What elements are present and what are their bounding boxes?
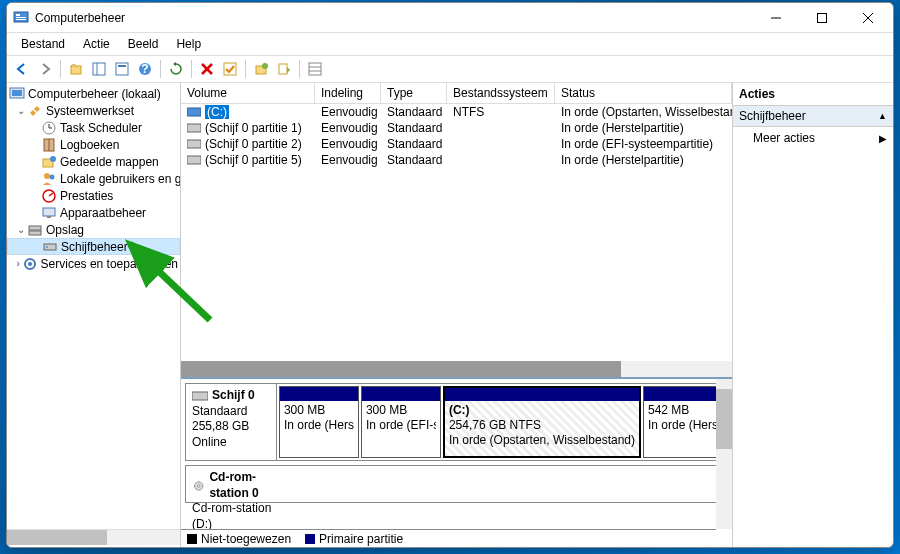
svg-rect-45 bbox=[187, 108, 201, 116]
help-button[interactable]: ? bbox=[134, 58, 156, 80]
volume-row[interactable]: (Schijf 0 partitie 2) Eenvoudig Standaar… bbox=[181, 136, 732, 152]
partition[interactable]: 300 MBIn orde (EFI-systeempartitie) bbox=[361, 386, 441, 458]
menu-view[interactable]: Beeld bbox=[120, 35, 167, 53]
volume-icon bbox=[187, 154, 201, 166]
navigation-tree[interactable]: Computerbeheer (lokaal) ⌄ Systeemwerkset… bbox=[7, 83, 181, 547]
legend: Niet-toegewezen Primaire partitie bbox=[181, 529, 716, 547]
computer-icon bbox=[9, 86, 25, 102]
book-icon bbox=[41, 137, 57, 153]
svg-point-42 bbox=[46, 246, 48, 248]
svg-point-32 bbox=[50, 156, 56, 162]
collapse-icon[interactable]: ⌄ bbox=[15, 224, 27, 235]
svg-line-36 bbox=[49, 193, 53, 196]
svg-rect-41 bbox=[44, 244, 56, 250]
collapse-icon[interactable]: ⌄ bbox=[15, 105, 27, 116]
tree-root[interactable]: Computerbeheer (lokaal) bbox=[7, 85, 180, 102]
svg-rect-2 bbox=[16, 17, 26, 18]
body-area: Computerbeheer (lokaal) ⌄ Systeemwerkset… bbox=[7, 83, 893, 547]
tree-group-systeemwerkset[interactable]: ⌄ Systeemwerkset bbox=[7, 102, 180, 119]
col-fs[interactable]: Bestandssysteem bbox=[447, 83, 555, 103]
actions-pane: Acties Schijfbeheer ▲ Meer acties ▶ bbox=[733, 83, 893, 547]
col-type[interactable]: Type bbox=[381, 83, 447, 103]
properties-button[interactable] bbox=[111, 58, 133, 80]
tree-item-lokalegebruikers[interactable]: Lokale gebruikers en groepen bbox=[7, 170, 180, 187]
volume-icon bbox=[187, 138, 201, 150]
volume-row[interactable]: (Schijf 0 partitie 5) Eenvoudig Standaar… bbox=[181, 152, 732, 168]
svg-point-51 bbox=[197, 484, 200, 487]
show-tree-button[interactable] bbox=[88, 58, 110, 80]
tree-item-logboeken[interactable]: Logboeken bbox=[7, 136, 180, 153]
app-icon bbox=[13, 10, 29, 26]
partition[interactable]: 542 MBIn orde (Herstelpartitie) bbox=[643, 386, 723, 458]
menubar: Bestand Actie Beeld Help bbox=[7, 33, 893, 56]
tree-group-services[interactable]: › Services en toepassingen bbox=[7, 255, 180, 272]
actions-more[interactable]: Meer acties ▶ bbox=[733, 127, 893, 149]
svg-rect-25 bbox=[12, 90, 22, 96]
menu-action[interactable]: Actie bbox=[75, 35, 118, 53]
volume-row[interactable]: (Schijf 0 partitie 1) Eenvoudig Standaar… bbox=[181, 120, 732, 136]
svg-point-33 bbox=[44, 173, 50, 179]
menu-help[interactable]: Help bbox=[168, 35, 209, 53]
col-status[interactable]: Status bbox=[555, 83, 732, 103]
list-hscrollbar[interactable] bbox=[181, 361, 732, 377]
tree-item-taskscheduler[interactable]: Task Scheduler bbox=[7, 119, 180, 136]
minimize-button[interactable] bbox=[753, 3, 799, 33]
menu-file[interactable]: Bestand bbox=[13, 35, 73, 53]
svg-rect-46 bbox=[187, 124, 201, 132]
actions-context[interactable]: Schijfbeheer ▲ bbox=[733, 106, 893, 127]
volume-icon bbox=[187, 106, 201, 118]
expand-icon[interactable]: › bbox=[15, 258, 22, 269]
volumes-list[interactable]: Volume Indeling Type Bestandssysteem Sta… bbox=[181, 83, 732, 377]
window-title: Computerbeheer bbox=[35, 11, 753, 25]
tree-hscrollbar[interactable] bbox=[7, 529, 180, 545]
new-button[interactable] bbox=[250, 58, 272, 80]
svg-rect-37 bbox=[43, 208, 55, 216]
diskmap-vscrollbar[interactable] bbox=[716, 379, 732, 529]
up-button[interactable] bbox=[65, 58, 87, 80]
close-button[interactable] bbox=[845, 3, 891, 33]
tree-item-schijfbeheer[interactable]: Schijfbeheer bbox=[7, 238, 180, 255]
services-icon bbox=[22, 256, 38, 272]
volume-row[interactable]: (C:) Eenvoudig Standaard NTFS In orde (O… bbox=[181, 104, 732, 120]
partition[interactable]: 300 MBIn orde (Herstelpartitie) bbox=[279, 386, 359, 458]
svg-rect-3 bbox=[16, 19, 26, 20]
svg-rect-40 bbox=[29, 231, 41, 235]
svg-rect-12 bbox=[118, 65, 126, 67]
forward-button[interactable] bbox=[34, 58, 56, 80]
users-icon bbox=[41, 171, 57, 187]
tools-icon bbox=[27, 103, 43, 119]
svg-rect-17 bbox=[224, 63, 236, 75]
svg-rect-49 bbox=[192, 392, 208, 400]
svg-rect-8 bbox=[71, 66, 81, 74]
volume-icon bbox=[187, 122, 201, 134]
partition-selected[interactable]: (C:)254,76 GB NTFSIn orde (Opstarten, Wi… bbox=[443, 386, 641, 458]
export-button[interactable] bbox=[273, 58, 295, 80]
disk-row[interactable]: Schijf 0 Standaard 255,88 GB Online 300 … bbox=[185, 383, 726, 461]
tree-item-prestaties[interactable]: Prestaties bbox=[7, 187, 180, 204]
disk-info: Schijf 0 Standaard 255,88 GB Online bbox=[186, 384, 277, 460]
tree-item-gedeeldemappen[interactable]: Gedeelde mappen bbox=[7, 153, 180, 170]
list-button[interactable] bbox=[304, 58, 326, 80]
svg-rect-21 bbox=[309, 63, 321, 75]
app-window: Computerbeheer Bestand Actie Beeld Help … bbox=[6, 2, 894, 548]
check-button[interactable] bbox=[219, 58, 241, 80]
disk-icon bbox=[192, 390, 208, 402]
center-pane: Volume Indeling Type Bestandssysteem Sta… bbox=[181, 83, 733, 547]
svg-rect-38 bbox=[47, 216, 51, 218]
col-volume[interactable]: Volume bbox=[181, 83, 315, 103]
svg-rect-11 bbox=[116, 63, 128, 75]
maximize-button[interactable] bbox=[799, 3, 845, 33]
col-layout[interactable]: Indeling bbox=[315, 83, 381, 103]
svg-point-34 bbox=[50, 174, 55, 179]
refresh-button[interactable] bbox=[165, 58, 187, 80]
tree-group-opslag[interactable]: ⌄ Opslag bbox=[7, 221, 180, 238]
svg-rect-39 bbox=[29, 226, 41, 230]
back-button[interactable] bbox=[11, 58, 33, 80]
toolbar: ? bbox=[7, 56, 893, 83]
disk-row-cdrom[interactable]: Cd-rom-station 0 Cd-rom-station (D:) bbox=[185, 465, 726, 503]
titlebar: Computerbeheer bbox=[7, 3, 893, 33]
tree-item-apparaatbeheer[interactable]: Apparaatbeheer bbox=[7, 204, 180, 221]
actions-header: Acties bbox=[733, 83, 893, 106]
svg-rect-5 bbox=[818, 13, 827, 22]
delete-button[interactable] bbox=[196, 58, 218, 80]
